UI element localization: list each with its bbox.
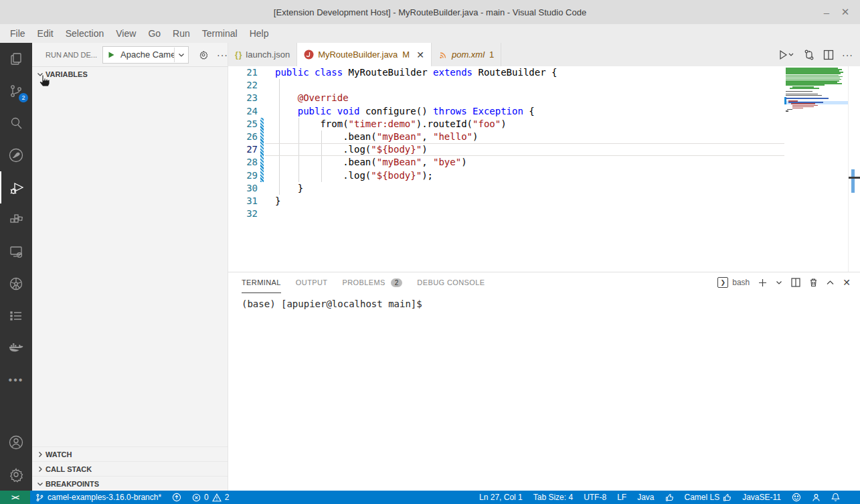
menu-file[interactable]: File xyxy=(4,28,31,39)
tab-output[interactable]: OUTPUT xyxy=(296,273,328,293)
extension-circle-icon[interactable] xyxy=(0,139,32,171)
code-line-29[interactable]: 29 .log("${body}"); xyxy=(228,169,860,182)
code-line-30[interactable]: 30 } xyxy=(228,182,860,195)
minimap[interactable] xyxy=(784,66,848,272)
line-number[interactable]: 22 xyxy=(228,79,258,92)
git-branch-item[interactable]: camel-examples-3.16.0-branch* xyxy=(30,491,167,504)
line-number[interactable]: 25 xyxy=(228,118,258,131)
menu-help[interactable]: Help xyxy=(244,28,275,39)
terminal-dropdown-icon[interactable] xyxy=(776,279,782,286)
settings-gear-icon[interactable] xyxy=(0,458,32,491)
gutter-space xyxy=(260,195,264,207)
close-icon[interactable]: ✕ xyxy=(836,6,855,18)
call-stack-section-header[interactable]: CALL STACK xyxy=(32,461,228,476)
configure-gear-icon[interactable] xyxy=(198,50,209,60)
explorer-icon[interactable] xyxy=(0,43,32,75)
menu-go[interactable]: Go xyxy=(142,28,167,39)
kubernetes-icon[interactable] xyxy=(0,268,32,300)
chevron-down-icon[interactable] xyxy=(175,52,188,58)
remote-indicator[interactable]: >< xyxy=(0,491,30,504)
watch-section-header[interactable]: WATCH xyxy=(32,446,228,461)
split-terminal-icon[interactable] xyxy=(791,278,800,287)
line-number[interactable]: 32 xyxy=(228,207,258,220)
editor-actions: ··· xyxy=(779,43,853,66)
terminal-output[interactable]: (base) [apupier@localhost main]$ xyxy=(228,293,860,309)
source-control-icon[interactable]: 2 xyxy=(0,75,32,107)
tab-debug-console[interactable]: DEBUG CONSOLE xyxy=(417,273,485,293)
menu-edit[interactable]: Edit xyxy=(31,28,60,39)
code-line-21[interactable]: 21public class MyRouteBuilder extends Ro… xyxy=(228,66,860,79)
menu-terminal[interactable]: Terminal xyxy=(196,28,244,39)
more-views-icon[interactable]: ••• xyxy=(0,364,32,396)
search-icon[interactable] xyxy=(0,107,32,139)
split-editor-icon[interactable] xyxy=(823,50,834,60)
compare-changes-icon[interactable] xyxy=(803,49,815,61)
maximize-panel-icon[interactable] xyxy=(827,280,834,285)
minimize-icon[interactable]: – xyxy=(817,7,836,18)
publish-changes-item[interactable] xyxy=(167,491,187,504)
line-number[interactable]: 21 xyxy=(228,66,258,79)
code-line-28[interactable]: 28 .bean("myBean", "bye") xyxy=(228,156,860,169)
editor-more-actions-icon[interactable]: ··· xyxy=(842,50,853,60)
feedback-smiley-item[interactable] xyxy=(786,491,806,504)
cursor-position-item[interactable]: Ln 27, Col 1 xyxy=(474,491,528,504)
close-panel-icon[interactable]: ✕ xyxy=(843,277,851,288)
menu-run[interactable]: Run xyxy=(167,28,196,39)
code-line-31[interactable]: 31} xyxy=(228,195,860,207)
test-list-icon[interactable] xyxy=(0,300,32,332)
sidebar-more-icon[interactable]: ··· xyxy=(217,50,228,60)
code-line-23[interactable]: 23 @Override xyxy=(228,92,860,104)
notifications-item[interactable] xyxy=(826,491,845,504)
line-number[interactable]: 26 xyxy=(228,131,258,143)
line-number[interactable]: 31 xyxy=(228,195,258,207)
tab-close-icon[interactable]: ✕ xyxy=(416,50,424,60)
variables-section-header[interactable]: VARIABLES xyxy=(32,66,228,81)
accounts-icon[interactable] xyxy=(0,426,32,458)
start-debug-icon[interactable] xyxy=(103,51,119,59)
java-status-item[interactable] xyxy=(660,491,679,504)
new-terminal-icon[interactable] xyxy=(758,278,767,287)
line-number[interactable]: 27 xyxy=(228,143,258,156)
eol-item[interactable]: LF xyxy=(612,491,632,504)
code-editor[interactable]: 21public class MyRouteBuilder extends Ro… xyxy=(228,66,860,272)
language-mode-item[interactable]: Java xyxy=(632,491,659,504)
encoding-item[interactable]: UTF-8 xyxy=(578,491,612,504)
bottom-panel: TERMINAL OUTPUT PROBLEMS2 DEBUG CONSOLE … xyxy=(228,272,860,491)
launch-config-dropdown[interactable]: Apache Came xyxy=(102,46,189,64)
tab-myroutebuilder-java[interactable]: MyRouteBuilder.java M ✕ xyxy=(297,43,432,66)
accounts-status-item[interactable] xyxy=(806,491,826,504)
run-and-debug-icon[interactable] xyxy=(0,171,33,203)
run-and-debug-sidebar: RUN AND DE... Apache Came ··· VARIABLES xyxy=(32,43,228,491)
extensions-icon[interactable] xyxy=(0,203,32,236)
line-number[interactable]: 28 xyxy=(228,156,258,169)
run-java-icon[interactable] xyxy=(779,50,795,60)
tab-problems[interactable]: PROBLEMS2 xyxy=(342,273,402,293)
line-number[interactable]: 24 xyxy=(228,105,258,118)
problems-status-item[interactable]: 0 2 xyxy=(187,491,234,504)
code-line-32[interactable]: 32 xyxy=(228,207,860,220)
code-lines[interactable]: 21public class MyRouteBuilder extends Ro… xyxy=(228,66,860,220)
kill-terminal-icon[interactable] xyxy=(809,278,818,287)
docker-icon[interactable] xyxy=(0,332,32,364)
breakpoints-section-header[interactable]: BREAKPOINTS xyxy=(32,476,228,491)
minimap-row xyxy=(786,98,829,99)
overview-ruler[interactable] xyxy=(848,66,860,272)
line-number[interactable]: 29 xyxy=(228,169,258,182)
menu-selection[interactable]: Selection xyxy=(60,28,110,39)
line-number[interactable]: 23 xyxy=(228,92,258,104)
code-line-27[interactable]: 27 .log("${body}") xyxy=(228,143,860,156)
code-line-25[interactable]: 25 from("timer:demo").routeId("foo") xyxy=(228,118,860,131)
tab-launch-json[interactable]: { } launch.json xyxy=(228,43,297,66)
menu-view[interactable]: View xyxy=(110,28,142,39)
tab-terminal[interactable]: TERMINAL xyxy=(242,273,281,293)
jdk-item[interactable]: JavaSE-11 xyxy=(737,491,786,504)
camel-ls-item[interactable]: Camel LS xyxy=(679,491,738,504)
code-line-26[interactable]: 26 .bean("myBean", "hello") xyxy=(228,131,860,143)
tab-size-item[interactable]: Tab Size: 4 xyxy=(528,491,578,504)
tab-pom-xml[interactable]: pom.xml 1 xyxy=(432,43,501,66)
terminal-shell-selector[interactable]: ❯ bash xyxy=(717,277,750,288)
code-line-22[interactable]: 22 xyxy=(228,79,860,92)
line-number[interactable]: 30 xyxy=(228,182,258,195)
remote-explorer-icon[interactable] xyxy=(0,236,32,268)
code-line-24[interactable]: 24 public void configure() throws Except… xyxy=(228,105,860,118)
